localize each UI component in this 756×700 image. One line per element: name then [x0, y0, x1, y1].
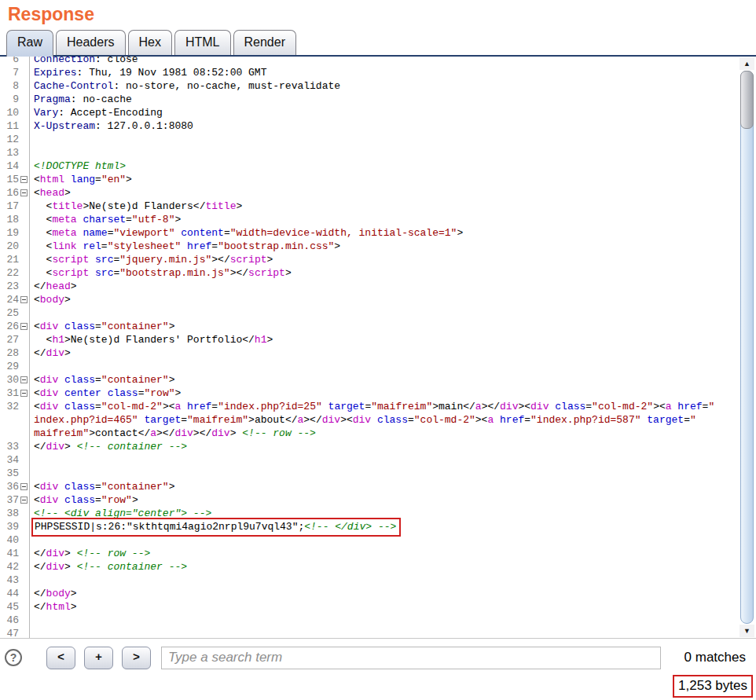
gutter	[19, 119, 30, 133]
tab-hex[interactable]: Hex	[128, 30, 172, 55]
scrollbar-track[interactable]	[740, 71, 754, 624]
gutter	[19, 560, 30, 574]
fold-collapse-icon[interactable]	[20, 376, 28, 383]
code-text: </html>	[30, 600, 77, 614]
search-bar: ? < + > 0 matches	[0, 639, 756, 675]
code-text: <html lang="en">	[30, 173, 132, 186]
fold-collapse-icon[interactable]	[20, 189, 28, 196]
line-number: 11	[0, 119, 19, 133]
byte-count-badge: 1,253 bytes	[673, 675, 753, 698]
line-number: 44	[0, 587, 19, 600]
fold-collapse-icon[interactable]	[20, 483, 28, 490]
gutter	[19, 627, 30, 639]
gutter	[19, 226, 30, 240]
fold-collapse-icon[interactable]	[20, 323, 28, 330]
response-editor: 6Connection: close7Expires: Thu, 19 Nov …	[0, 55, 756, 639]
line-number: 31	[0, 387, 19, 400]
code-text: <meta charset="utf-8">	[30, 213, 181, 226]
code-text	[30, 146, 34, 159]
code-text	[30, 453, 34, 467]
code-text: <title>Ne(ste)d Flanders</title>	[30, 200, 242, 213]
code-row: 10Vary: Accept-Encoding	[0, 106, 756, 119]
code-row: 35	[0, 467, 756, 480]
gutter	[19, 400, 30, 413]
gutter	[19, 320, 30, 333]
line-number: 47	[0, 627, 19, 639]
line-number: 13	[0, 146, 19, 159]
line-number	[0, 427, 19, 440]
vertical-scrollbar[interactable]: ▲ ▼	[739, 57, 754, 638]
search-input[interactable]	[161, 647, 661, 669]
code-rows: 6Connection: close7Expires: Thu, 19 Nov …	[0, 55, 756, 639]
code-row: 44</body>	[0, 587, 756, 600]
code-row: 17 <title>Ne(ste)d Flanders</title>	[0, 200, 756, 213]
fold-collapse-icon[interactable]	[20, 176, 28, 183]
search-previous-button[interactable]: <	[46, 647, 75, 669]
gutter	[19, 387, 30, 400]
code-row: 11X-Upstream: 127.0.0.1:8080	[0, 119, 756, 133]
fold-collapse-icon[interactable]	[20, 390, 28, 397]
line-number: 36	[0, 480, 19, 493]
code-row: 22 <script src="bootstrap.min.js"></scri…	[0, 266, 756, 280]
code-row: 7Expires: Thu, 19 Nov 1981 08:52:00 GMT	[0, 66, 756, 79]
line-number: 39	[0, 520, 19, 533]
line-number: 23	[0, 280, 19, 293]
code-text: X-Upstream: 127.0.0.1:8080	[30, 119, 193, 133]
code-text: Vary: Accept-Encoding	[30, 106, 163, 119]
search-add-button[interactable]: +	[84, 647, 113, 669]
code-row: 47	[0, 627, 756, 639]
help-icon[interactable]: ?	[5, 649, 22, 666]
search-next-button[interactable]: >	[122, 647, 151, 669]
code-text: </div> <!-- container -->	[30, 440, 187, 453]
fold-collapse-icon[interactable]	[20, 296, 28, 303]
gutter	[19, 159, 30, 173]
code-row: 9Pragma: no-cache	[0, 93, 756, 106]
gutter	[19, 574, 30, 587]
highlight-box: PHPSESSID|s:26:"skthtqmi4agio2nrpl9u7vql…	[31, 518, 401, 537]
code-row: 20 <link rel="stylesheet" href="bootstra…	[0, 240, 756, 253]
line-number: 43	[0, 574, 19, 587]
gutter	[19, 520, 30, 533]
scroll-up-icon[interactable]: ▲	[739, 57, 754, 70]
gutter	[19, 66, 30, 79]
code-row: 36<div class="container">	[0, 480, 756, 493]
gutter	[19, 507, 30, 520]
gutter	[19, 253, 30, 266]
scroll-down-icon[interactable]: ▼	[739, 625, 754, 637]
line-number: 10	[0, 106, 19, 119]
code-row: 14<!DOCTYPE html>	[0, 159, 756, 173]
tab-headers[interactable]: Headers	[56, 30, 125, 55]
code-row: 34	[0, 453, 756, 467]
code-row: index.php?id=465" target="maifreim">abou…	[0, 413, 756, 427]
line-number: 32	[0, 400, 19, 413]
fold-collapse-icon[interactable]	[20, 497, 28, 504]
gutter	[19, 146, 30, 159]
gutter	[19, 213, 30, 226]
code-text: <div class="row">	[30, 493, 138, 507]
code-text: </div> <!-- row -->	[30, 547, 150, 560]
code-row: 32<div class="col-md-2"><a href="index.p…	[0, 400, 756, 413]
tab-render[interactable]: Render	[233, 30, 296, 55]
code-row: 23</head>	[0, 280, 756, 293]
gutter	[19, 413, 30, 427]
scrollbar-thumb[interactable]	[740, 71, 754, 129]
tab-raw[interactable]: Raw	[6, 30, 53, 57]
match-count: 0 matches	[684, 650, 748, 665]
code-text: <head>	[30, 186, 71, 200]
line-number: 14	[0, 159, 19, 173]
code-text	[30, 614, 34, 627]
tab-html[interactable]: HTML	[174, 30, 231, 55]
code-row: 19 <meta name="viewport" content="width=…	[0, 226, 756, 240]
code-row: 16<head>	[0, 186, 756, 200]
line-number: 17	[0, 200, 19, 213]
gutter	[19, 373, 30, 387]
line-number: 19	[0, 226, 19, 240]
code-text: index.php?id=465" target="maifreim">abou…	[30, 413, 696, 427]
gutter	[19, 55, 30, 66]
line-number	[0, 413, 19, 427]
gutter	[19, 173, 30, 186]
line-number: 40	[0, 533, 19, 547]
line-number: 41	[0, 547, 19, 560]
code-row: 27 <h1>Ne(ste)d Flanders' Portfolio</h1>	[0, 333, 756, 346]
gutter	[19, 280, 30, 293]
